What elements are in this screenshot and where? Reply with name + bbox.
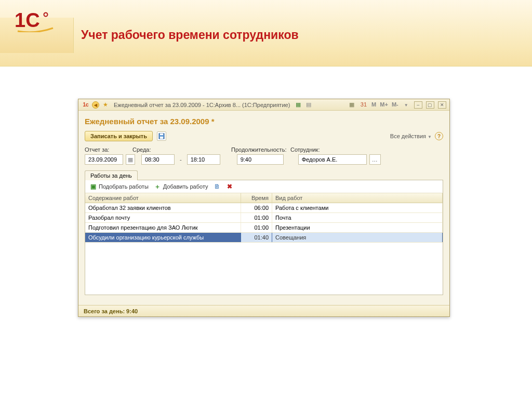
window-title: Ежедневный отчет за 23.09.2009 - 1С:Архи… bbox=[114, 102, 290, 108]
table-row[interactable]: Обсудили организацию курьерской службы01… bbox=[85, 233, 443, 243]
label-sotr: Сотрудник: bbox=[289, 147, 320, 153]
label-otchet-za: Отчет за: bbox=[85, 147, 132, 153]
table-row[interactable]: Обработал 32 заявки клиентов06:00Работа … bbox=[85, 203, 443, 213]
dropdown-icon[interactable]: ▼ bbox=[402, 101, 410, 109]
titlebar: 1c ◄ ★ Ежедневный отчет за 23.09.2009 - … bbox=[78, 99, 449, 111]
duration-input[interactable] bbox=[237, 154, 284, 165]
slide-title: Учет рабочего времени сотрудников bbox=[81, 28, 299, 42]
calendar-picker-button[interactable]: ▦ bbox=[126, 154, 135, 165]
delete-icon: ✖ bbox=[226, 183, 233, 190]
field-row: ▦ - … bbox=[85, 154, 443, 165]
time-dash: - bbox=[180, 156, 182, 163]
cell-type: Работа с клиентами bbox=[272, 203, 443, 212]
employee-lookup-button[interactable]: … bbox=[369, 154, 381, 165]
copy-work-button[interactable]: 🗎 bbox=[214, 183, 221, 190]
grid-body: Обработал 32 заявки клиентов06:00Работа … bbox=[85, 203, 443, 243]
employee-input[interactable] bbox=[298, 154, 367, 165]
document-title: Ежедневный отчет за 23.09.2009 * bbox=[85, 117, 443, 126]
svg-rect-3 bbox=[160, 137, 163, 139]
command-bar: Записать и закрыть Все действия ▼ ? bbox=[85, 131, 443, 141]
field-labels: Отчет за: Среда: Продолжительность: Сотр… bbox=[85, 147, 443, 153]
status-bar: Всего за день: 9:40 bbox=[78, 305, 449, 316]
svg-rect-4 bbox=[160, 134, 163, 135]
delete-work-button[interactable]: ✖ bbox=[226, 183, 233, 190]
calculator-icon[interactable]: ▦ bbox=[348, 100, 356, 109]
tab-works[interactable]: Работы за день bbox=[85, 170, 138, 180]
chevron-down-icon: ▼ bbox=[428, 135, 432, 139]
cell-content: Обсудили организацию курьерской службы bbox=[85, 233, 241, 242]
app-window: 1c ◄ ★ Ежедневный отчет за 23.09.2009 - … bbox=[78, 99, 450, 317]
label-prod: Продолжительность: bbox=[222, 147, 289, 153]
app-body: Ежедневный отчет за 23.09.2009 * Записат… bbox=[78, 111, 449, 298]
app-icon-1c: 1c bbox=[82, 101, 90, 109]
cell-type: Почта bbox=[272, 213, 443, 222]
works-toolbar: ▣Подобрать работы ＋Добавить работу 🗎 ✖ bbox=[85, 180, 443, 193]
tab-strip: Работы за день bbox=[85, 170, 443, 180]
cell-content: Разобрал почту bbox=[85, 213, 241, 222]
cell-time: 01:00 bbox=[241, 223, 272, 232]
slide-banner: 1C Учет рабочего времени сотрудников bbox=[0, 0, 532, 66]
time-from-input[interactable] bbox=[141, 154, 175, 165]
date-input[interactable] bbox=[85, 154, 123, 165]
table-row[interactable]: Разобрал почту01:00Почта bbox=[85, 213, 443, 223]
plus-icon: ＋ bbox=[154, 183, 161, 190]
table-row[interactable]: Подготовил презентацию для ЗАО Лютик01:0… bbox=[85, 223, 443, 233]
time-to-input[interactable] bbox=[187, 154, 220, 165]
cell-type: Совещания bbox=[272, 233, 443, 242]
memory-mminus[interactable]: M- bbox=[392, 101, 398, 108]
calendar-icon[interactable]: 31 bbox=[360, 100, 368, 109]
cell-time: 01:00 bbox=[241, 213, 272, 222]
col-header-time[interactable]: Время bbox=[241, 193, 272, 203]
svg-point-1 bbox=[44, 13, 48, 17]
doc-icon[interactable]: ▤ bbox=[304, 101, 313, 109]
add-work-button[interactable]: ＋Добавить работу bbox=[154, 183, 208, 190]
all-actions-link[interactable]: Все действия ▼ bbox=[390, 133, 432, 139]
memory-m[interactable]: M bbox=[371, 101, 376, 108]
tab-panel-works: ▣Подобрать работы ＋Добавить работу 🗎 ✖ С… bbox=[85, 180, 443, 295]
svg-text:1C: 1C bbox=[15, 9, 40, 31]
pick-icon: ▣ bbox=[89, 183, 97, 190]
copy-icon: 🗎 bbox=[214, 183, 221, 190]
cell-type: Презентации bbox=[272, 223, 443, 232]
minimize-button[interactable]: – bbox=[414, 101, 422, 109]
cell-time: 06:00 bbox=[241, 203, 272, 212]
panel-toggle-icon[interactable]: ▦ bbox=[294, 101, 302, 109]
help-button[interactable]: ? bbox=[435, 132, 443, 140]
grid-header: Содержание работ Время Вид работ bbox=[85, 193, 443, 203]
cell-content: Обработал 32 заявки клиентов bbox=[85, 203, 241, 212]
close-button[interactable]: ✕ bbox=[438, 101, 446, 109]
cell-time: 01:40 bbox=[241, 233, 272, 242]
logo-1c: 1C bbox=[15, 9, 56, 33]
col-header-content[interactable]: Содержание работ bbox=[85, 193, 241, 203]
pick-works-button[interactable]: ▣Подобрать работы bbox=[89, 183, 149, 190]
status-total: Всего за день: 9:40 bbox=[84, 308, 138, 314]
maximize-button[interactable]: ▢ bbox=[426, 101, 434, 109]
favorite-icon[interactable]: ★ bbox=[101, 101, 110, 109]
titlebar-right: ▦ 31 M M+ M- ▼ – ▢ ✕ bbox=[347, 100, 447, 110]
back-button[interactable]: ◄ bbox=[92, 101, 99, 109]
col-header-type[interactable]: Вид работ bbox=[272, 193, 443, 203]
save-close-button[interactable]: Записать и закрыть bbox=[85, 131, 153, 141]
label-sreda: Среда: bbox=[132, 147, 222, 153]
save-icon-button[interactable] bbox=[157, 131, 166, 141]
memory-mplus[interactable]: M+ bbox=[380, 101, 388, 108]
cell-content: Подготовил презентацию для ЗАО Лютик bbox=[85, 223, 241, 232]
